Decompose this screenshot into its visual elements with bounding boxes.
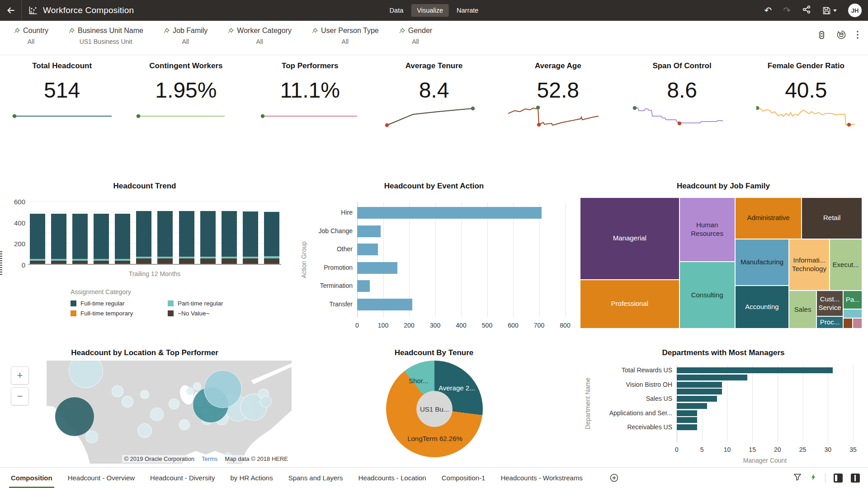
- trend-bar[interactable]: [94, 214, 109, 265]
- legend-item[interactable]: Part-time regular: [168, 300, 289, 307]
- filter-bar-menu-button[interactable]: [856, 30, 859, 41]
- bar[interactable]: [677, 403, 707, 409]
- location-bubble[interactable]: [137, 423, 152, 438]
- canvas-tab[interactable]: by HR Actions: [230, 468, 273, 488]
- canvas-tab[interactable]: Composition: [11, 468, 52, 488]
- presentation-filter-button[interactable]: [793, 473, 802, 483]
- share-button[interactable]: [802, 5, 811, 16]
- canvas-tab[interactable]: Headcounts - Workstreams: [500, 468, 582, 488]
- layout-right-panel-toggle[interactable]: [851, 474, 860, 483]
- trend-bar[interactable]: [222, 211, 237, 265]
- kpi-tile[interactable]: Top Performers11.1%: [248, 55, 372, 149]
- trend-bar[interactable]: [72, 214, 88, 265]
- undo-button[interactable]: ↶: [764, 6, 772, 15]
- save-dropdown-caret[interactable]: [833, 9, 837, 12]
- treemap-cell[interactable]: Execut...: [830, 239, 862, 291]
- bar[interactable]: [357, 207, 542, 219]
- treemap-cell[interactable]: Administrative: [735, 197, 802, 239]
- map-zoom-in-button[interactable]: +: [11, 366, 29, 385]
- trend-bar[interactable]: [51, 214, 66, 265]
- trend-bar[interactable]: [115, 214, 130, 265]
- filter-item[interactable]: GenderAll: [389, 21, 442, 55]
- filter-item[interactable]: Business Unit NameUS1 Business Unit: [58, 21, 153, 55]
- treemap-cell[interactable]: Manufacturing: [735, 239, 789, 286]
- avatar[interactable]: JH: [848, 4, 862, 17]
- location-bubble[interactable]: [150, 408, 164, 421]
- redo-button[interactable]: ↷: [783, 6, 791, 15]
- bar[interactable]: [677, 396, 717, 402]
- bar[interactable]: [677, 375, 747, 380]
- treemap-cell[interactable]: HumanResources: [679, 197, 735, 262]
- layout-left-panel-toggle[interactable]: [834, 474, 843, 483]
- filter-controls-button[interactable]: [817, 30, 826, 42]
- trend-bar[interactable]: [200, 211, 216, 265]
- trend-bar[interactable]: [30, 214, 45, 265]
- mode-tab-narrate[interactable]: Narrate: [451, 4, 484, 17]
- bar[interactable]: [677, 382, 722, 388]
- map-canvas[interactable]: © 2019 Oracle CorporationTermsMap data ©…: [47, 361, 292, 464]
- kpi-tile[interactable]: Total Headcount514: [0, 55, 124, 149]
- auto-insights-button[interactable]: [810, 473, 817, 483]
- kpi-tile[interactable]: Contingent Workers1.95%: [124, 55, 248, 149]
- canvas-tab[interactable]: Headcount - Overview: [68, 468, 135, 488]
- trend-bar[interactable]: [157, 211, 173, 265]
- legend-item[interactable]: ~No Value~: [168, 310, 289, 317]
- bar[interactable]: [357, 280, 370, 292]
- location-bubble[interactable]: [55, 397, 94, 436]
- location-bubble[interactable]: [186, 387, 194, 395]
- treemap-cell[interactable]: Professional: [580, 280, 679, 328]
- bar[interactable]: [677, 389, 722, 394]
- treemap-cell[interactable]: [853, 318, 862, 328]
- save-button[interactable]: [822, 6, 837, 15]
- trend-bar[interactable]: [243, 211, 258, 265]
- bar[interactable]: [677, 410, 697, 416]
- canvas-tab[interactable]: Composition-1: [442, 468, 486, 488]
- trend-bar[interactable]: [264, 212, 279, 265]
- filter-item[interactable]: User Person TypeAll: [302, 21, 389, 55]
- bar[interactable]: [357, 262, 397, 274]
- trend-bar[interactable]: [179, 211, 194, 265]
- filter-item[interactable]: CountryAll: [4, 21, 58, 55]
- legend-item[interactable]: Full-time regular: [71, 300, 168, 307]
- treemap-cell[interactable]: [843, 309, 862, 318]
- mode-tab-visualize[interactable]: Visualize: [411, 4, 449, 17]
- map-terms-link[interactable]: Terms: [202, 455, 217, 462]
- location-bubble[interactable]: [179, 419, 190, 430]
- treemap-cell[interactable]: Managerial: [580, 197, 679, 280]
- kpi-tile[interactable]: Female Gender Ratio40.5: [744, 55, 868, 149]
- location-bubble[interactable]: [204, 370, 242, 408]
- treemap-cell[interactable]: Cust...Service: [816, 291, 843, 316]
- kpi-tile[interactable]: Span Of Control8.6: [620, 55, 744, 149]
- bar[interactable]: [677, 417, 697, 423]
- location-bubble[interactable]: [169, 399, 179, 409]
- treemap-cell[interactable]: Proc...: [816, 316, 843, 328]
- canvas-tab[interactable]: Headcounts - Location: [359, 468, 426, 488]
- location-bubble[interactable]: [140, 390, 149, 399]
- treemap-cell[interactable]: Pa...: [843, 291, 862, 309]
- kpi-tile[interactable]: Average Age52.8: [496, 55, 620, 149]
- add-canvas-button[interactable]: [610, 474, 618, 482]
- filter-item[interactable]: Worker CategoryAll: [217, 21, 302, 55]
- location-bubble[interactable]: [122, 396, 133, 408]
- filter-item[interactable]: Job FamilyAll: [153, 21, 217, 55]
- tenure-donut[interactable]: Average 2...LongTerm 62.26%Shor...US1 Bu…: [386, 361, 483, 457]
- location-bubble[interactable]: [193, 382, 201, 390]
- location-bubble[interactable]: [112, 385, 123, 397]
- bar[interactable]: [357, 225, 381, 237]
- mode-tab-data[interactable]: Data: [384, 4, 410, 17]
- canvas-tab[interactable]: Headcount - Diversity: [150, 468, 215, 488]
- trend-bar[interactable]: [136, 211, 151, 265]
- treemap-cell[interactable]: Accounting: [735, 286, 789, 328]
- treemap-cell[interactable]: Sales: [789, 291, 816, 328]
- map-zoom-out-button[interactable]: −: [11, 387, 29, 405]
- location-bubble[interactable]: [85, 431, 98, 443]
- canvas-resize-handle[interactable]: [0, 251, 2, 275]
- bar[interactable]: [357, 244, 378, 255]
- bar[interactable]: [357, 299, 412, 310]
- bar[interactable]: [677, 367, 833, 373]
- back-button[interactable]: [0, 0, 22, 21]
- location-bubble[interactable]: [260, 396, 272, 408]
- refresh-data-button[interactable]: [836, 30, 846, 42]
- bar[interactable]: [677, 424, 697, 430]
- treemap-cell[interactable]: [843, 318, 853, 328]
